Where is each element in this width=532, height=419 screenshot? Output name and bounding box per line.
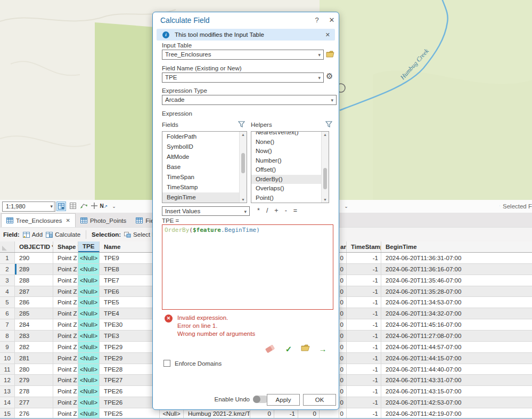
cell-begintime[interactable]: 2024-06-20T11:43:15-07:00 [381,386,532,397]
cell-tpe[interactable]: <Null> [78,253,100,264]
field-settings-gear-icon[interactable]: ⚙ [326,71,333,81]
enforce-domains-checkbox[interactable] [163,360,170,367]
grid-table-icon[interactable] [68,202,78,211]
cell-begintime[interactable]: 2024-06-20T11:36:16-07:00 [381,264,532,275]
cell-begintime[interactable]: 2024-06-20T11:34:53-07:00 [381,297,532,308]
cell-begintime[interactable]: 2024-06-20T11:44:40-07:00 [381,364,532,375]
helpers-list-item[interactable]: Point() [251,194,322,203]
cell-shape[interactable]: Point Z [53,264,78,275]
cell-timestamp[interactable]: -1 [347,353,381,364]
operator-button[interactable]: * [257,207,260,214]
helpers-list-item[interactable]: Offset() [251,165,322,175]
table-options-chevron-icon[interactable]: ⌄ [341,202,351,211]
cell-objectid[interactable]: 287 [15,286,53,297]
cell-timestamp[interactable]: -1 [347,408,381,419]
cell-tpe[interactable]: <Null> [78,408,100,419]
cell-name[interactable]: TPE29 [100,342,160,353]
cell-begintime[interactable]: 2024-06-20T11:35:46-07:00 [381,275,532,286]
cell-timespan[interactable]: 0 [339,264,347,275]
header-timestamp[interactable]: TimeStamp [347,241,381,252]
combo-dropdown-icon[interactable]: ▾ [331,96,333,105]
operator-button[interactable]: - [285,207,287,214]
combo-dropdown-icon[interactable]: ▾ [318,74,321,83]
measure-sketch-icon[interactable] [79,202,89,211]
cell-hidden-4[interactable]: 0 [298,408,320,419]
cell-objectid[interactable]: 288 [15,275,53,286]
cell-objectid[interactable]: 290 [15,253,53,264]
cell-tpe[interactable]: <Null> [78,286,100,297]
table-tab[interactable]: Photo_Points ✕ [76,214,131,227]
helpers-list-item[interactable]: Overlaps() [251,184,322,194]
cell-tpe[interactable]: <Null> [78,397,100,408]
cell-objectid[interactable]: 281 [15,353,53,364]
helpers-list-item[interactable]: Now() [251,147,322,156]
cell-timespan[interactable]: 0 [339,331,347,342]
cell-begintime[interactable]: 2024-06-20T11:42:19-07:00 [381,408,532,419]
calculate-field-button[interactable]: Calculate [46,231,80,238]
cell-shape[interactable]: Point Z [53,308,78,319]
cell-shape[interactable]: Point Z [53,275,78,286]
cell-name[interactable]: TPE30 [100,319,160,331]
cell-objectid[interactable]: 276 [15,408,53,419]
fields-list-item[interactable]: Base [162,162,240,172]
cell-timestamp[interactable]: -1 [347,286,381,297]
cell-tpe[interactable]: <Null> [78,386,100,397]
cell-timestamp[interactable]: -1 [347,319,381,331]
cell-name[interactable]: TPE27 [100,375,160,386]
scroll-up-icon[interactable]: ▲ [240,132,247,138]
enable-undo-toggle[interactable] [253,396,268,403]
banner-close-icon[interactable]: ✕ [325,31,330,38]
cell-timespan[interactable]: 0 [339,319,347,331]
header-shape[interactable]: Shape * [53,241,78,252]
cell-objectid[interactable]: 279 [15,375,53,386]
helpers-list-item[interactable]: NearestVertex() [251,131,322,138]
cell-timestamp[interactable]: -1 [347,264,381,275]
browse-folder-icon[interactable] [326,50,335,58]
cell-timestamp[interactable]: -1 [347,364,381,375]
cell-shape[interactable]: Point Z [53,353,78,364]
header-objectid[interactable]: OBJECTID *▾ [15,241,53,252]
cell-timespan[interactable]: 0 [339,253,347,264]
cell-shape[interactable]: Point Z [53,375,78,386]
cell-name[interactable]: TPE26 [100,386,160,397]
fields-list-item[interactable]: TimeStamp [162,182,240,192]
cell-shape[interactable]: Point Z [53,253,78,264]
cell-hidden-1[interactable]: <Null> [160,408,184,419]
fields-list-item[interactable]: TimeSpan [162,172,240,182]
cell-shape[interactable]: Point Z [53,297,78,308]
cell-timespan[interactable]: 0 [339,353,347,364]
cell-objectid[interactable]: 289 [15,264,53,275]
helpers-filter-icon[interactable] [325,121,332,128]
scroll-up-icon[interactable]: ▲ [322,132,329,138]
cell-tpe[interactable]: <Null> [78,275,100,286]
cell-timestamp[interactable]: -1 [347,297,381,308]
row-number[interactable]: 5 [0,297,15,308]
cell-shape[interactable]: Point Z [53,319,78,331]
combo-dropdown-icon[interactable]: ▾ [318,51,321,60]
cell-tpe[interactable]: <Null> [78,375,100,386]
fields-list-item[interactable]: FolderPath [162,132,240,142]
cell-begintime[interactable]: 2024-06-20T11:42:53-07:00 [381,397,532,408]
cell-objectid[interactable]: 277 [15,397,53,408]
enforce-domains-option[interactable]: Enforce Domains [163,360,222,367]
fields-list[interactable]: FolderPath SymbolID AltMode Base TimeSpa… [162,131,247,203]
cell-timestamp[interactable]: -1 [347,342,381,353]
clear-expression-button[interactable] [266,344,276,354]
cell-tpe[interactable]: <Null> [78,342,100,353]
apply-button[interactable]: Apply [267,394,300,406]
cell-shape[interactable]: Point Z [53,364,78,375]
helpers-list-item[interactable]: OrderBy() [251,175,322,184]
cell-tpe[interactable]: <Null> [78,297,100,308]
cell-timestamp[interactable]: -1 [347,275,381,286]
cell-shape[interactable]: Point Z [53,408,78,419]
cell-name[interactable]: TPE6 [100,286,160,297]
helpers-list-item[interactable]: None() [251,138,322,147]
fields-list-item[interactable]: SymbolID [162,142,240,152]
row-number[interactable]: 2 [0,264,15,275]
row-number[interactable]: 15 [0,408,15,419]
scrollbar-thumb[interactable] [241,153,245,173]
fields-list-item[interactable]: AltMode [162,152,240,162]
cell-timestamp[interactable]: -1 [347,375,381,386]
header-timespan-truncated[interactable]: an [339,241,347,252]
cell-tpe[interactable]: <Null> [78,264,100,275]
